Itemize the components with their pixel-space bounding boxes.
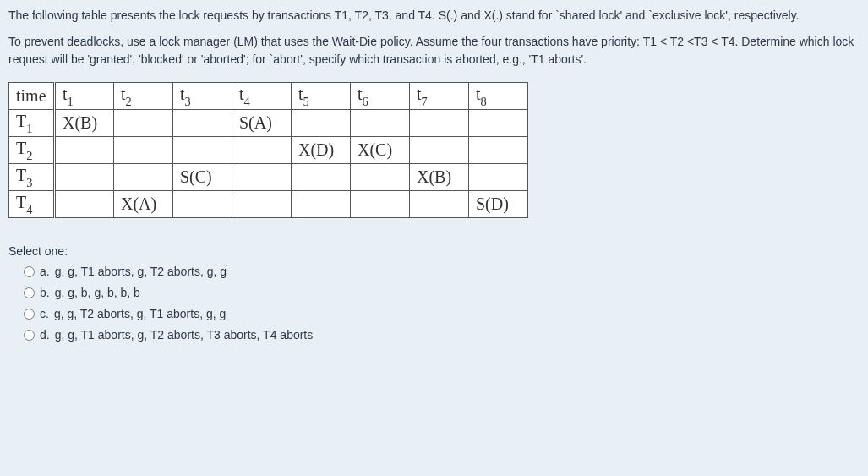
option-a-text: g, g, T1 aborts, g, T2 aborts, g, g bbox=[55, 265, 227, 278]
col-t5: t5 bbox=[292, 83, 351, 110]
cell: S(D) bbox=[469, 191, 528, 218]
cell bbox=[232, 164, 292, 191]
table-row: T2 X(D) X(C) bbox=[9, 137, 528, 164]
intro-paragraph-1: The following table presents the lock re… bbox=[8, 7, 860, 25]
option-c-radio[interactable] bbox=[24, 309, 35, 320]
cell bbox=[469, 110, 528, 137]
cell bbox=[173, 110, 232, 137]
option-c-text: g, g, T2 aborts, g, T1 aborts, g, g bbox=[54, 307, 226, 320]
cell: X(B) bbox=[55, 110, 114, 137]
option-a-letter: a. bbox=[40, 265, 50, 278]
cell bbox=[410, 137, 469, 164]
cell bbox=[410, 110, 469, 137]
option-b-text: g, g, b, g, b, b, b bbox=[55, 286, 140, 299]
cell bbox=[173, 191, 232, 218]
row-T4-label: T4 bbox=[9, 191, 55, 218]
row-T3-label: T3 bbox=[9, 164, 55, 191]
table-header-row: time t1 t2 t3 t4 t5 t6 t7 t8 bbox=[9, 83, 528, 110]
cell bbox=[114, 137, 173, 164]
option-a-radio[interactable] bbox=[24, 266, 35, 277]
option-a[interactable]: a. g, g, T1 aborts, g, T2 aborts, g, g bbox=[24, 265, 860, 278]
col-t4: t4 bbox=[232, 83, 292, 110]
cell bbox=[55, 137, 114, 164]
col-t7: t7 bbox=[410, 83, 469, 110]
select-one-label: Select one: bbox=[8, 244, 860, 258]
col-t6: t6 bbox=[351, 83, 410, 110]
cell bbox=[292, 110, 351, 137]
options-group: a. g, g, T1 aborts, g, T2 aborts, g, g b… bbox=[8, 265, 860, 342]
option-d[interactable]: d. g, g, T1 aborts, g, T2 aborts, T3 abo… bbox=[24, 328, 860, 342]
cell bbox=[114, 110, 173, 137]
cell bbox=[469, 164, 528, 191]
option-c[interactable]: c. g, g, T2 aborts, g, T1 aborts, g, g bbox=[24, 307, 860, 320]
cell bbox=[173, 137, 232, 164]
row-T2-label: T2 bbox=[9, 137, 55, 164]
cell bbox=[55, 191, 114, 218]
cell: X(A) bbox=[114, 191, 173, 218]
cell bbox=[114, 164, 173, 191]
lock-table-wrapper: time t1 t2 t3 t4 t5 t6 t7 t8 T1 X(B) S(A… bbox=[8, 82, 528, 218]
cell: S(A) bbox=[232, 110, 292, 137]
cell: S(C) bbox=[173, 164, 232, 191]
option-d-letter: d. bbox=[40, 328, 50, 342]
row-T1-label: T1 bbox=[9, 110, 55, 137]
option-d-radio[interactable] bbox=[24, 330, 35, 341]
cell bbox=[292, 164, 351, 191]
option-b[interactable]: b. g, g, b, g, b, b, b bbox=[24, 286, 860, 299]
table-row: T3 S(C) X(B) bbox=[9, 164, 528, 191]
col-t8: t8 bbox=[469, 83, 528, 110]
cell bbox=[469, 137, 528, 164]
col-t1: t1 bbox=[55, 83, 114, 110]
cell bbox=[55, 164, 114, 191]
cell: X(B) bbox=[410, 164, 469, 191]
time-header: time bbox=[9, 83, 55, 110]
cell bbox=[232, 137, 292, 164]
lock-request-table: time t1 t2 t3 t4 t5 t6 t7 t8 T1 X(B) S(A… bbox=[8, 82, 528, 218]
cell bbox=[351, 110, 410, 137]
option-b-radio[interactable] bbox=[24, 287, 35, 298]
cell bbox=[232, 191, 292, 218]
cell bbox=[292, 191, 351, 218]
table-row: T1 X(B) S(A) bbox=[9, 110, 528, 137]
option-c-letter: c. bbox=[40, 307, 49, 320]
col-t3: t3 bbox=[173, 83, 232, 110]
cell bbox=[351, 191, 410, 218]
cell: X(D) bbox=[292, 137, 351, 164]
cell: X(C) bbox=[351, 137, 410, 164]
cell bbox=[410, 191, 469, 218]
option-d-text: g, g, T1 aborts, g, T2 aborts, T3 aborts… bbox=[55, 328, 314, 342]
option-b-letter: b. bbox=[40, 286, 50, 299]
intro-paragraph-2: To prevent deadlocks, use a lock manager… bbox=[8, 33, 860, 68]
table-row: T4 X(A) S(D) bbox=[9, 191, 528, 218]
col-t2: t2 bbox=[114, 83, 173, 110]
cell bbox=[351, 164, 410, 191]
